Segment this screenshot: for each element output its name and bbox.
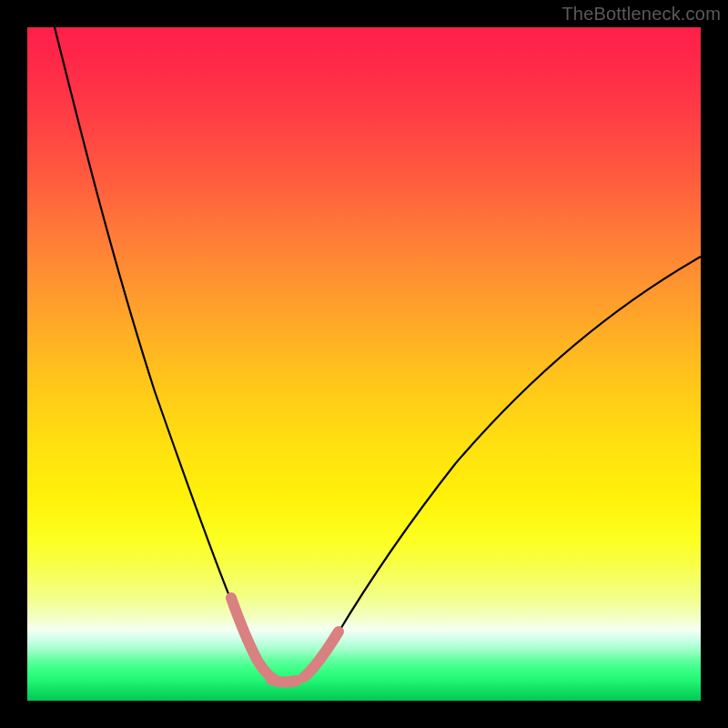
highlight-right-ascent (304, 632, 339, 677)
curve-svg (27, 27, 701, 701)
bottleneck-curve (55, 27, 701, 682)
highlight-left-descent (231, 598, 275, 680)
watermark-text: TheBottleneck.com (561, 4, 721, 25)
chart-frame: TheBottleneck.com (0, 0, 728, 728)
highlight-bottom-flat (271, 680, 297, 682)
plot-area (27, 27, 701, 701)
